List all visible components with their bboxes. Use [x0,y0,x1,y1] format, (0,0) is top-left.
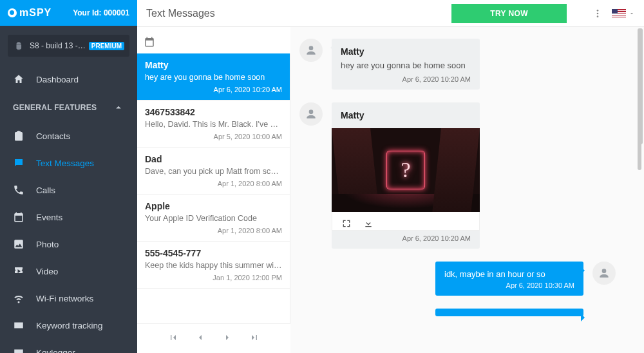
conversation-item[interactable]: 555-4545-777 Keep the kids happy this su… [137,242,290,289]
conversation-time: Apr 1, 2020 8:00 AM [145,227,282,234]
sidebar-item-text-messages[interactable]: Text Messages [0,149,137,176]
message-bubble [435,309,583,316]
chevron-up-icon [113,102,124,113]
page-scrollbar[interactable] [639,28,643,352]
conversation-time: Jan 1, 2020 12:00 PM [145,274,282,281]
pager-next[interactable] [222,332,232,345]
sidebar-item-label: Text Messages [36,158,94,168]
premium-badge: PREMIUM [89,42,124,50]
section-title: GENERAL FEATURES [13,103,97,112]
message-bubble: idk, maybe in an hour or so Apr 6, 2020 … [435,262,583,296]
conversation-list-panel: Matty hey are you gonna be home soon Apr… [137,27,290,353]
message-row-incoming: Matty hey are you gonna be home soon Apr… [299,39,616,90]
avatar [299,39,323,62]
conversation-time: Apr 5, 2020 10:00 AM [145,133,282,140]
message-sender: Matty [341,46,471,57]
conversation-pager [137,323,290,353]
sidebar-item-label: Wi-Fi networks [36,294,93,303]
conversation-item[interactable]: Apple Your Apple ID Verification Code Ap… [137,195,290,242]
expand-icon[interactable] [341,218,352,229]
home-icon [13,73,24,85]
chevron-down-icon [629,10,635,17]
us-flag-icon [612,9,626,18]
sidebar-item-photo[interactable]: Photo [0,231,137,258]
sidebar-item-label: Keylogger [36,348,75,354]
conversation-preview: Your Apple ID Verification Code [145,214,282,223]
avatar [299,102,323,126]
sidebar-section-general[interactable]: GENERAL FEATURES [0,93,137,122]
svg-point-1 [597,12,599,14]
message-text: idk, maybe in an hour or so [444,269,574,279]
android-icon [14,41,23,50]
download-icon[interactable] [363,218,374,229]
keyboard-icon [13,347,24,353]
message-image[interactable]: ? [332,128,480,212]
language-selector[interactable] [612,9,635,18]
sidebar-item-dashboard[interactable]: Dashboard [0,66,137,93]
message-icon [13,157,24,169]
video-icon [13,265,24,277]
message-row-outgoing [299,309,616,316]
sidebar-item-label: Photo [36,240,59,249]
sidebar-item-label: Keyword tracking [36,321,103,330]
pager-prev[interactable] [195,332,205,345]
message-bubble-media: Matty ? Apr 6, 2020 10:20 AM [332,102,480,249]
conversation-name: Apple [145,201,282,211]
brand-logo: mSPY [8,7,52,19]
top-brand-bar: mSPY Your Id: 000001 [0,0,137,26]
conversation-name: 555-4545-777 [145,248,282,258]
try-now-button[interactable]: TRY NOW [451,4,567,23]
conversation-item[interactable]: 3467533842 Hello, David. This is Mr. Bla… [137,100,290,148]
conversation-preview: Hello, David. This is Mr. Black. I've no… [145,120,282,129]
conversation-time: Apr 1, 2020 8:00 AM [145,180,282,187]
more-icon[interactable] [592,8,603,19]
sidebar-item-keyword-tracking[interactable]: Keyword tracking [0,312,137,339]
svg-point-0 [597,10,599,12]
message-row-incoming: Matty ? Apr 6, 2020 10:20 AM [299,102,616,249]
person-icon [305,108,317,120]
image-icon [13,238,24,250]
device-selector[interactable]: S8 - build 13 -… PREMIUM [8,35,129,57]
person-icon [305,44,317,57]
message-time: Apr 6, 2020 10:20 AM [341,75,471,83]
conversation-name: Dad [145,154,282,164]
sidebar-item-label: Dashboard [36,75,79,84]
date-filter[interactable] [137,27,290,53]
message-sender: Matty [332,102,480,124]
main-header: Text Messages TRY NOW [137,0,644,27]
conversation-preview: Dave, can you pick up Matt from schoo… [145,167,282,176]
keyboard-icon [13,320,24,331]
sidebar-item-keylogger[interactable]: Keylogger [0,339,137,353]
wifi-icon [13,292,24,304]
message-bubble: Matty hey are you gonna be home soon Apr… [332,39,480,90]
sidebar-item-label: Contacts [36,131,70,141]
chat-panel: Matty hey are you gonna be home soon Apr… [290,27,644,353]
sidebar-item-calls[interactable]: Calls [0,176,137,204]
sidebar: mSPY Your Id: 000001 S8 - build 13 -… PR… [0,0,137,353]
conversation-list: Matty hey are you gonna be home soon Apr… [137,53,290,323]
message-text: hey are you gonna be home soon [341,61,471,70]
conversation-item[interactable]: Matty hey are you gonna be home soon Apr… [137,53,290,100]
sidebar-item-video[interactable]: Video [0,258,137,285]
sidebar-item-label: Calls [36,186,55,195]
sidebar-item-wifi[interactable]: Wi-Fi networks [0,285,137,312]
message-time: Apr 6, 2020 10:20 AM [332,231,480,242]
message-time: Apr 6, 2020 10:30 AM [444,281,574,289]
sidebar-item-contacts[interactable]: Contacts [0,122,137,149]
sidebar-item-events[interactable]: Events [0,204,137,231]
pager-first[interactable] [168,332,178,345]
calendar-event-icon [13,211,24,223]
conversation-preview: Keep the kids happy this summer with … [145,261,282,270]
conversation-name: Matty [145,60,282,70]
person-icon [598,267,611,280]
phone-icon [13,184,24,196]
calendar-icon [144,36,155,48]
page-title: Text Messages [146,8,215,19]
pager-last[interactable] [249,332,260,345]
conversation-item[interactable]: Dad Dave, can you pick up Matt from scho… [137,148,290,195]
conversation-time: Apr 6, 2020 10:20 AM [145,86,282,93]
device-name: S8 - build 13 -… [30,41,86,50]
clipboard-icon [13,130,24,142]
sidebar-item-label: Events [36,213,62,222]
message-row-outgoing: idk, maybe in an hour or so Apr 6, 2020 … [299,262,616,296]
